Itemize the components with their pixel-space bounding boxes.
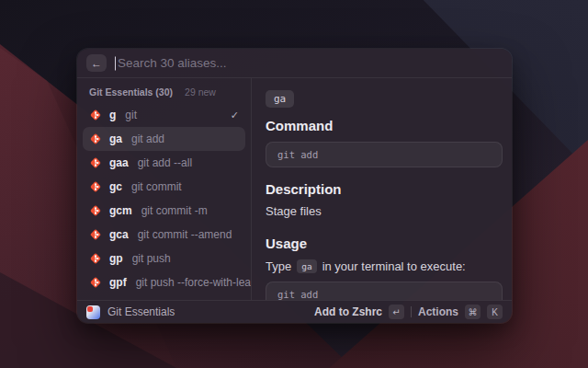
section-new-badge: 29 new [185,86,216,98]
back-button[interactable]: ← [86,54,107,72]
alias-badge: ga [266,90,294,108]
usage-alias-chip: ga [297,259,316,273]
enter-key-badge: ↵ [389,305,404,319]
alias-name: ga [109,132,122,145]
alias-name: gpf [109,276,127,289]
alias-command: git add --all [138,156,192,169]
alias-command: git [125,109,137,121]
alias-list-item[interactable]: gpf git push --force-with-lease ✓ [83,270,245,294]
list-section-header: Git Essentials (30) 29 new [83,78,245,103]
launcher-window: ← Git Essentials (30) 29 new [77,49,512,323]
main-content: Git Essentials (30) 29 new g git ✓ [77,78,512,300]
cmd-key-badge: ⌘ [465,305,481,319]
description-heading: Description [266,181,503,197]
alias-list-item[interactable]: gp git push ✓ [83,247,245,270]
alias-name: gcm [109,204,132,217]
git-icon [89,228,102,241]
alias-command: git add [131,132,164,145]
git-icon [89,180,102,193]
description-text: Stage files [266,204,503,218]
alias-name: g [109,109,116,121]
alias-command: git commit -m [141,204,208,217]
git-icon [89,252,102,265]
git-icon [89,109,102,121]
alias-command: git push [132,252,171,265]
git-icon [89,132,102,145]
check-icon: ✓ [231,109,239,121]
back-arrow-icon: ← [91,58,102,69]
alias-name: gp [109,252,123,265]
alias-name: gc [109,180,122,193]
alias-list-item[interactable]: ga git add ✓ [83,127,245,151]
extension-name: Git Essentials [107,305,175,318]
alias-name: gaa [109,156,129,169]
alias-list-panel: Git Essentials (30) 29 new g git ✓ [77,78,252,300]
search-bar: ← [77,49,512,78]
alias-command: git commit --amend [138,228,232,241]
text-caret [115,56,116,70]
usage-prefix: Type [266,259,291,273]
primary-action-button[interactable]: Add to Zshrc [314,305,382,318]
status-bar: Git Essentials Add to Zshrc ↵ Actions ⌘ … [77,300,512,323]
usage-line: Type ga in your terminal to execute: [266,259,503,273]
section-title: Git Essentials (30) [89,86,173,98]
alias-command: git push --force-with-lease [136,276,252,289]
actions-button[interactable]: Actions [418,305,458,318]
alias-list-item[interactable]: g git ✓ [83,103,245,127]
command-heading: Command [266,118,503,133]
alias-list: g git ✓ ga git add ✓ [83,103,245,300]
usage-suffix: in your terminal to execute: [322,259,466,273]
command-code-block: git add [266,142,503,167]
usage-heading: Usage [266,236,503,251]
usage-code-block: git add [266,282,503,300]
k-key-badge: K [487,305,503,319]
alias-list-item[interactable]: gca git commit --amend ✓ [83,223,245,247]
search-input[interactable] [115,56,503,70]
git-icon [89,276,102,289]
git-icon [89,204,102,217]
alias-list-item[interactable]: gcm git commit -m ✓ [83,199,245,223]
alias-command: git commit [131,180,182,193]
alias-detail-panel: ga Command git add Description Stage fil… [252,78,512,300]
alias-list-item[interactable]: gc git commit ✓ [83,175,245,199]
alias-list-item[interactable]: gaa git add --all ✓ [83,151,245,175]
search-field-wrap [115,56,503,70]
action-separator [411,306,412,317]
alias-name: gca [109,228,129,241]
status-bar-actions: Add to Zshrc ↵ Actions ⌘ K [314,305,503,319]
extension-icon [86,305,100,319]
git-icon [89,156,102,169]
